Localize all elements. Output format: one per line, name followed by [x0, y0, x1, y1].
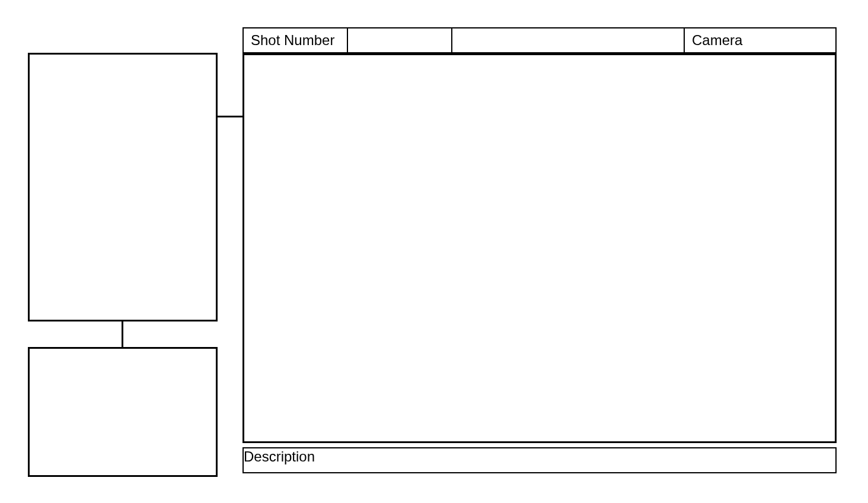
camera-label: Camera	[685, 28, 835, 52]
shot-number-label: Shot Number	[244, 28, 348, 52]
storyboard-card: Shot Number Camera Description	[0, 0, 868, 503]
left-panel-lower	[28, 347, 218, 477]
connector-horizontal	[218, 116, 242, 117]
header-spacer	[452, 28, 685, 52]
left-panel-upper	[28, 53, 218, 321]
connector-vertical	[122, 321, 123, 347]
header-row: Shot Number Camera	[242, 27, 837, 53]
description-value[interactable]	[339, 448, 835, 472]
description-label: Description	[244, 448, 339, 472]
main-frame	[242, 53, 837, 443]
shot-number-value[interactable]	[348, 28, 452, 52]
footer-row: Description	[242, 447, 837, 473]
